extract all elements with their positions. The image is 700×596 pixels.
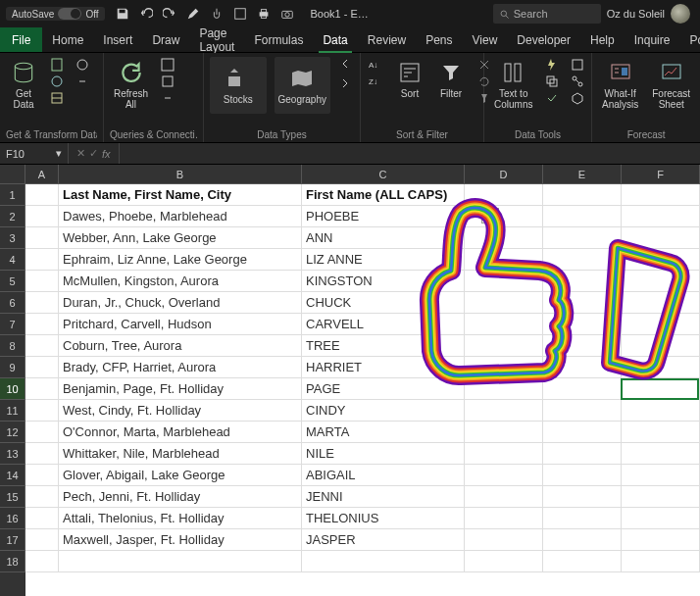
undo-icon[interactable] (138, 6, 154, 22)
cell[interactable] (622, 422, 700, 443)
cell[interactable]: CINDY (302, 400, 465, 422)
cell[interactable] (465, 335, 543, 357)
cell[interactable]: Glover, Abigail, Lake George (59, 465, 302, 486)
cell[interactable] (25, 465, 59, 486)
text-to-columns-button[interactable]: Text to Columns (490, 57, 536, 112)
cell[interactable] (622, 465, 700, 486)
cell[interactable] (622, 529, 700, 551)
cell[interactable] (25, 529, 59, 551)
cell[interactable] (465, 314, 543, 335)
smart-tag-icon[interactable] (481, 208, 499, 224)
cell[interactable] (622, 508, 700, 529)
queries-pane-button[interactable] (158, 57, 177, 73)
cell[interactable] (622, 400, 700, 422)
cell[interactable] (465, 508, 543, 529)
print-icon[interactable] (256, 6, 272, 22)
row-header[interactable]: 4 (0, 249, 25, 271)
cell[interactable]: LIZ ANNE (302, 249, 465, 271)
cell[interactable]: HARRIET (302, 357, 465, 378)
row-header[interactable]: 9 (0, 357, 25, 378)
tab-page-layout[interactable]: Page Layout (189, 27, 244, 52)
cell[interactable] (59, 551, 302, 572)
row-header[interactable]: 5 (0, 271, 25, 292)
tab-home[interactable]: Home (42, 27, 93, 52)
cell[interactable]: ABIGAIL (302, 465, 465, 486)
row-header[interactable]: 14 (0, 465, 25, 486)
user-account[interactable]: Oz du Soleil (607, 4, 694, 24)
cell[interactable]: Coburn, Tree, Aurora (59, 335, 302, 357)
recent-button[interactable] (73, 57, 92, 73)
cell[interactable] (543, 335, 622, 357)
cell[interactable]: JASPER (302, 529, 465, 551)
refresh-all-button[interactable]: Refresh All (110, 57, 152, 112)
tab-draw[interactable]: Draw (142, 27, 189, 52)
cell-grid[interactable]: Last Name, First Name, CityFirst Name (A… (25, 184, 700, 596)
cell[interactable] (622, 443, 700, 465)
row-header[interactable]: 17 (0, 529, 25, 551)
relationships-button[interactable] (568, 74, 587, 89)
remove-dup-button[interactable] (542, 74, 562, 89)
cell[interactable] (25, 486, 59, 508)
cell[interactable]: MARTA (302, 422, 465, 443)
cell[interactable] (543, 314, 622, 335)
cell[interactable] (543, 271, 622, 292)
cancel-icon[interactable]: ✕ (76, 147, 85, 160)
cell[interactable] (25, 227, 59, 249)
cell[interactable] (543, 292, 622, 314)
fx-icon[interactable]: fx (102, 148, 111, 160)
cell[interactable] (543, 529, 622, 551)
cell[interactable] (25, 206, 59, 227)
cell[interactable]: O'Connor, Marta, Marblehead (59, 422, 302, 443)
cell[interactable]: Benjamin, Page, Ft. Holliday (59, 378, 302, 400)
cell[interactable] (543, 357, 622, 378)
cell[interactable] (622, 184, 700, 206)
tab-insert[interactable]: Insert (93, 27, 142, 52)
save-icon[interactable] (115, 6, 130, 22)
cell[interactable]: Pech, Jenni, Ft. Holliday (59, 486, 302, 508)
row-header[interactable]: 7 (0, 314, 25, 335)
camera-icon[interactable] (279, 6, 295, 22)
cell[interactable] (622, 378, 700, 400)
cell[interactable] (25, 249, 59, 271)
cell[interactable] (465, 551, 543, 572)
from-text-button[interactable] (47, 57, 67, 73)
search-box[interactable]: Search (493, 4, 601, 24)
row-header[interactable]: 16 (0, 508, 25, 529)
row-header[interactable]: 6 (0, 292, 25, 314)
cell[interactable] (25, 184, 59, 206)
cell[interactable] (622, 335, 700, 357)
pen-icon[interactable] (185, 6, 201, 22)
cell[interactable] (25, 551, 59, 572)
cell[interactable]: Whittaker, Nile, Marblehead (59, 443, 302, 465)
validation-button[interactable] (542, 90, 562, 106)
cell[interactable] (543, 422, 622, 443)
enter-icon[interactable]: ✓ (89, 147, 98, 160)
cell[interactable]: Webber, Ann, Lake George (59, 227, 302, 249)
cell[interactable]: Duran, Jr., Chuck, Overland (59, 292, 302, 314)
cell[interactable] (465, 184, 543, 206)
sort-az-button[interactable]: A↓ (367, 57, 386, 73)
cell[interactable] (543, 249, 622, 271)
cell[interactable]: CARVELL (302, 314, 465, 335)
cell[interactable] (25, 314, 59, 335)
cell[interactable] (543, 443, 622, 465)
col-header-F[interactable]: F (622, 165, 700, 184)
cell[interactable] (465, 357, 543, 378)
tab-developer[interactable]: Developer (507, 27, 580, 52)
touch-icon[interactable] (209, 6, 225, 22)
row-header[interactable]: 1 (0, 184, 25, 206)
cell[interactable] (622, 292, 700, 314)
data-model-button[interactable] (568, 90, 587, 106)
cell[interactable] (543, 378, 622, 400)
cell[interactable]: Pritchard, Carvell, Hudson (59, 314, 302, 335)
cell[interactable] (465, 227, 543, 249)
row-header[interactable]: 3 (0, 227, 25, 249)
consolidate-button[interactable] (568, 57, 587, 73)
geography-button[interactable]: Geography (275, 57, 331, 114)
cell[interactable]: West, Cindy, Ft. Holliday (59, 400, 302, 422)
cell[interactable]: ANN (302, 227, 465, 249)
cell[interactable] (465, 529, 543, 551)
border-icon[interactable] (232, 6, 248, 22)
what-if-button[interactable]: What-If Analysis (598, 57, 642, 112)
cell[interactable] (465, 206, 543, 227)
